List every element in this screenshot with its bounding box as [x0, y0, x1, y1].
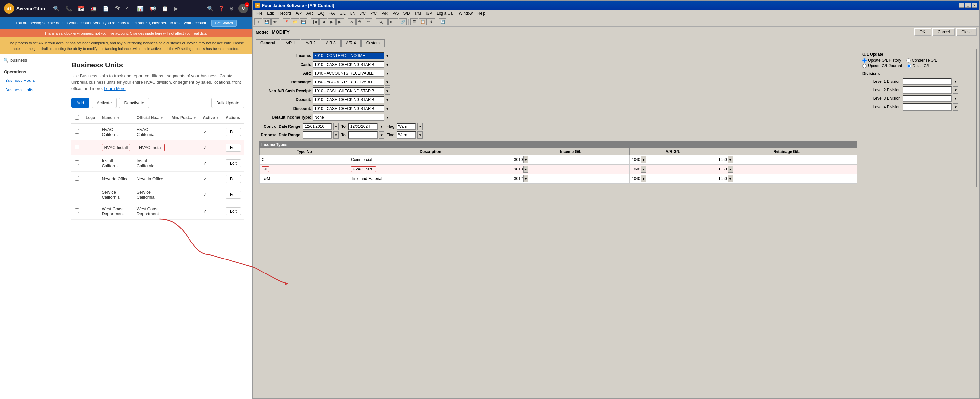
- toolbar-link-btn[interactable]: 🔗: [399, 18, 407, 26]
- cash-select[interactable]: 1010 - CASH-CHECKING STAR B: [313, 61, 384, 68]
- retainage-select[interactable]: 1050 - ACCOUNTS RECEIVABLE: [313, 78, 384, 86]
- tab-ar2[interactable]: A/R 2: [301, 40, 320, 46]
- close-window-button[interactable]: ✕: [972, 3, 977, 8]
- detail-gl-option[interactable]: Detail G/L: [907, 64, 930, 68]
- div-level2-arrow[interactable]: ▼: [953, 86, 958, 94]
- learn-more-link[interactable]: Learn More: [104, 86, 125, 91]
- menu-file[interactable]: File: [254, 10, 264, 16]
- toolbar-next-btn[interactable]: ▶: [328, 18, 336, 26]
- toolbar-edit-btn[interactable]: ✏: [365, 18, 372, 26]
- control-date-to-input[interactable]: 12/31/2024: [348, 123, 378, 130]
- gl-journal-option[interactable]: Update G/L Journal: [862, 64, 902, 68]
- col-name[interactable]: Name ↑ ▼: [99, 112, 134, 124]
- sidebar-item-business-hours[interactable]: Business Hours: [0, 76, 63, 85]
- select-all-checkbox[interactable]: [75, 115, 79, 120]
- document-icon[interactable]: 📄: [103, 6, 109, 12]
- play-icon[interactable]: ▶: [174, 6, 178, 12]
- gl-history-option[interactable]: Update G/L History: [862, 58, 901, 62]
- toolbar-grid-btn[interactable]: ⊞: [254, 18, 262, 26]
- menu-ps[interactable]: P/S: [390, 10, 401, 16]
- search-global-icon[interactable]: 🔍: [207, 6, 213, 12]
- condense-gl-radio[interactable]: [907, 58, 911, 62]
- retainage-gl-c-arrow[interactable]: ▼: [728, 156, 733, 163]
- row-checkbox[interactable]: [75, 160, 79, 165]
- income-gl-tm-arrow[interactable]: ▼: [523, 175, 528, 182]
- div-level3-arrow[interactable]: ▼: [953, 95, 958, 102]
- menu-ar[interactable]: A/R: [304, 10, 315, 16]
- tag-icon[interactable]: 🏷: [126, 6, 131, 11]
- toolbar-view-btn[interactable]: 👁: [271, 18, 279, 26]
- tab-ar3[interactable]: A/R 3: [321, 40, 340, 46]
- toolbar-folder-btn[interactable]: 📁: [291, 18, 299, 26]
- income-select[interactable]: 3010 - CONTRACT INCOME: [313, 52, 384, 59]
- control-to-arrow[interactable]: ▼: [379, 123, 384, 130]
- toolbar-refresh-btn[interactable]: 🔄: [439, 18, 446, 26]
- chart-icon[interactable]: 📊: [137, 6, 143, 12]
- toolbar-list2-btn[interactable]: 📋: [419, 18, 426, 26]
- row-checkbox[interactable]: [75, 145, 79, 149]
- menu-up[interactable]: U/P: [423, 10, 434, 16]
- deposit-select[interactable]: 1010 - CASH-CHECKING STAR B: [313, 96, 384, 103]
- detail-gl-radio[interactable]: [907, 64, 911, 68]
- control-date-from-input[interactable]: 12/01/2010: [303, 123, 332, 130]
- proposal-flag-select[interactable]: Warn: [396, 131, 416, 139]
- income-gl-c-arrow[interactable]: ▼: [523, 156, 528, 163]
- avatar[interactable]: U 1: [238, 3, 248, 13]
- retainage-gl-hi-arrow[interactable]: ▼: [728, 166, 733, 173]
- close-button[interactable]: Close: [956, 28, 977, 36]
- control-flag-select[interactable]: Warn: [396, 123, 416, 130]
- div-level3-select[interactable]: [903, 95, 952, 102]
- tab-ar1[interactable]: A/R 1: [281, 40, 300, 46]
- control-from-arrow[interactable]: ▼: [333, 123, 339, 130]
- tab-ar4[interactable]: A/R 4: [341, 40, 361, 46]
- proposal-date-to-input[interactable]: [348, 131, 378, 139]
- ar-dropdown-icon[interactable]: ▼: [385, 70, 390, 77]
- menu-help[interactable]: Help: [475, 10, 487, 16]
- get-started-button[interactable]: Get Started: [211, 19, 237, 27]
- add-button[interactable]: Add: [71, 98, 89, 108]
- search-icon[interactable]: 🔍: [53, 6, 60, 12]
- maximize-button[interactable]: □: [965, 3, 971, 8]
- toolbar-last-btn[interactable]: ▶|: [336, 18, 344, 26]
- div-level1-select[interactable]: [903, 78, 952, 85]
- menu-tm[interactable]: T/M: [412, 10, 423, 16]
- settings-icon[interactable]: ⚙: [229, 6, 234, 12]
- map-icon[interactable]: 🗺: [115, 6, 120, 11]
- div-level1-arrow[interactable]: ▼: [953, 78, 958, 85]
- toolbar-save-btn[interactable]: 💾: [263, 18, 270, 26]
- edit-button[interactable]: Edit: [226, 207, 241, 215]
- truck-icon[interactable]: 🚛: [90, 6, 97, 12]
- menu-pc[interactable]: P/C: [368, 10, 379, 16]
- col-official[interactable]: Official Na... ▼: [134, 112, 168, 124]
- div-level2-select[interactable]: [903, 86, 952, 94]
- phone-icon[interactable]: 📞: [65, 6, 72, 12]
- menu-window[interactable]: Window: [457, 10, 475, 16]
- edit-button[interactable]: Edit: [226, 175, 241, 183]
- control-flag-arrow[interactable]: ▼: [417, 123, 423, 130]
- default-income-dropdown-icon[interactable]: ▼: [385, 114, 390, 121]
- proposal-flag-arrow[interactable]: ▼: [417, 131, 423, 139]
- menu-pr[interactable]: P/R: [379, 10, 390, 16]
- nonar-select[interactable]: 1010 - CASH-CHECKING STAR B: [313, 87, 384, 94]
- cancel-button[interactable]: Cancel: [932, 28, 955, 36]
- retainage-dropdown-icon[interactable]: ▼: [385, 78, 390, 86]
- default-income-select[interactable]: None: [313, 114, 384, 121]
- toolbar-sql-btn[interactable]: SQL: [376, 18, 388, 26]
- minimize-button[interactable]: _: [959, 3, 964, 8]
- activate-button[interactable]: Activate: [92, 98, 116, 108]
- tab-custom[interactable]: Custom: [361, 40, 385, 46]
- income-gl-hi-arrow[interactable]: ▼: [523, 166, 528, 173]
- ar-gl-hi-arrow[interactable]: ▼: [641, 166, 646, 173]
- ar-gl-c-arrow[interactable]: ▼: [641, 156, 646, 163]
- toolbar-floppy-btn[interactable]: 💾: [299, 18, 307, 26]
- menu-edit[interactable]: Edit: [265, 10, 276, 16]
- row-checkbox[interactable]: [75, 192, 79, 196]
- edit-button[interactable]: Edit: [226, 160, 241, 167]
- edit-button[interactable]: Edit: [226, 191, 241, 198]
- row-checkbox[interactable]: [75, 129, 79, 134]
- edit-button[interactable]: Edit: [226, 144, 241, 152]
- div-level4-select[interactable]: [903, 103, 952, 110]
- col-minpost[interactable]: Min. Post... ▼: [168, 112, 200, 124]
- cash-dropdown-icon[interactable]: ▼: [385, 61, 390, 68]
- proposal-from-arrow[interactable]: ▼: [333, 131, 339, 139]
